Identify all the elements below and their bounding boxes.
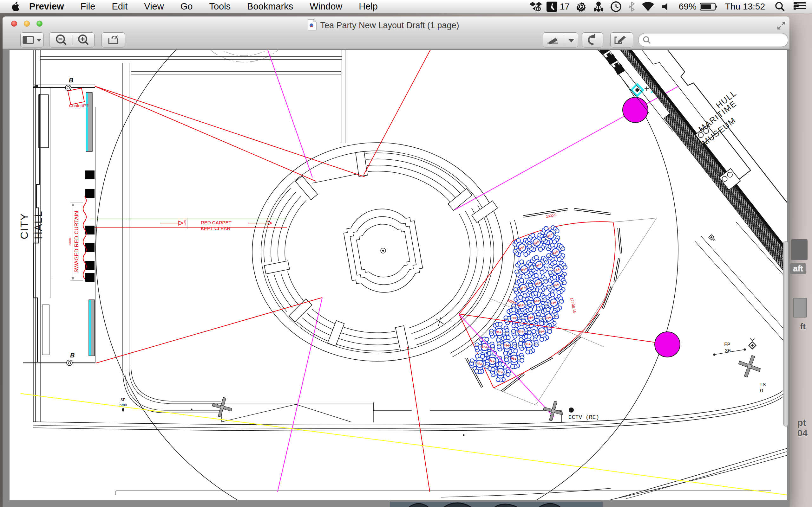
svg-text:P089: P089 [119, 403, 127, 407]
svg-text:CCTV (RE): CCTV (RE) [568, 414, 599, 420]
svg-text:KEPT CLEAR: KEPT CLEAR [201, 226, 230, 231]
svg-text:-5000-: -5000- [68, 237, 72, 245]
svg-text:TS: TS [759, 382, 766, 388]
svg-text:SWAGED RED CURTAIN: SWAGED RED CURTAIN [73, 211, 80, 273]
svg-text:36: 36 [725, 348, 731, 354]
svg-text:FP: FP [724, 342, 730, 348]
svg-text:O: O [760, 388, 763, 394]
svg-text:HALL: HALL [32, 210, 44, 239]
svg-text:RED CARPET: RED CARPET [201, 220, 232, 225]
svg-text:1000: 1000 [183, 220, 186, 226]
svg-text:B: B [70, 352, 74, 359]
svg-text:Confetti??: Confetti?? [69, 103, 89, 108]
svg-text:B: B [69, 77, 73, 83]
svg-text:SP: SP [120, 398, 125, 402]
svg-text:CITY: CITY [18, 213, 30, 239]
